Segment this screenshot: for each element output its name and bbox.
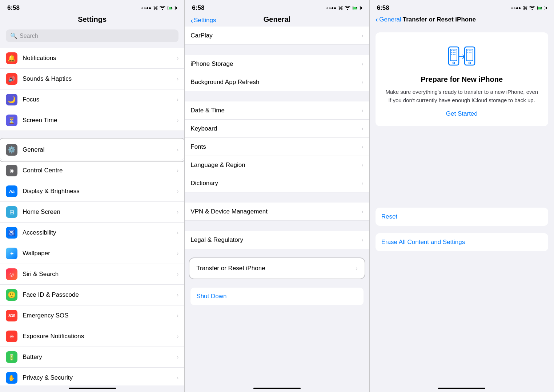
settings-item-homescreen[interactable]: ⊞ Home Screen › <box>0 202 184 223</box>
general-item-transfer[interactable]: Transfer or Reset iPhone › <box>190 259 363 277</box>
sep-2 <box>185 91 369 101</box>
dot4 <box>149 7 151 9</box>
settings-item-notifications[interactable]: 🔔 Notifications › <box>0 48 184 69</box>
sounds-chevron: › <box>177 76 178 82</box>
vpn-chevron: › <box>361 208 363 215</box>
settings-item-exposure[interactable]: ✳ Exposure Notifications › <box>0 326 184 347</box>
shutdown-button[interactable]: Shut Down <box>190 288 363 305</box>
general-item-vpn[interactable]: VPN & Device Management › <box>185 203 369 221</box>
status-bar-2: 6:58 ⌘ 6 <box>185 0 369 14</box>
keyboard-chevron: › <box>361 125 363 132</box>
svg-rect-11 <box>454 54 455 55</box>
faceid-chevron: › <box>177 292 178 298</box>
general-item-keyboard[interactable]: Keyboard › <box>185 120 369 138</box>
settings-item-focus[interactable]: 🌙 Focus › <box>0 89 184 110</box>
transfer-back-label[interactable]: General <box>379 16 401 23</box>
settings-panel: 6:58 ⌘ 6 <box>0 0 184 392</box>
general-item-language[interactable]: Language & Region › <box>185 156 369 174</box>
status-bar-1: 6:58 ⌘ 6 <box>0 0 184 14</box>
settings-item-privacy[interactable]: ✋ Privacy & Security › <box>0 368 184 385</box>
back-chevron-2: ‹ <box>190 17 193 24</box>
general-item-carplay[interactable]: CarPlay › <box>185 27 369 45</box>
fonts-label: Fonts <box>190 143 361 151</box>
action-group-reset: Reset <box>376 208 548 226</box>
exposure-icon: ✳ <box>6 331 17 342</box>
general-item-fonts[interactable]: Fonts › <box>185 138 369 156</box>
bgrefresh-label: Background App Refresh <box>190 79 361 86</box>
dot2 <box>514 7 515 9</box>
general-item-storage[interactable]: iPhone Storage › <box>185 55 369 73</box>
general-title: General <box>190 15 363 24</box>
accessibility-label: Accessibility <box>23 229 177 236</box>
general-icon: ⚙️ <box>6 144 17 156</box>
dot2 <box>144 7 146 9</box>
svg-rect-9 <box>451 54 452 55</box>
notifications-chevron: › <box>177 55 178 61</box>
controlcentre-chevron: › <box>177 167 178 174</box>
transfer-icon-area <box>447 44 476 69</box>
settings-item-wallpaper[interactable]: ✦ Wallpaper › <box>0 243 184 264</box>
status-icons-2: ⌘ 6 <box>326 5 362 11</box>
svg-rect-4 <box>453 50 454 51</box>
settings-item-general[interactable]: ⚙️ General › <box>0 140 184 160</box>
sep-1 <box>185 45 369 55</box>
general-chevron: › <box>177 147 178 153</box>
general-panel: 6:58 ⌘ 6 <box>184 0 369 392</box>
faceid-icon: 🙂 <box>6 289 17 301</box>
group-datetime: Date & Time › Keyboard › Fonts › Languag… <box>185 101 369 192</box>
transfer-chevron: › <box>356 265 357 272</box>
transfer-title: Transfer or Reset iPhone <box>403 16 476 23</box>
status-time-2: 6:58 <box>192 4 204 12</box>
group-legal: Legal & Regulatory › <box>185 231 369 249</box>
carplay-chevron: › <box>361 32 363 39</box>
settings-item-screentime[interactable]: ⏳ Screen Time › <box>0 110 184 131</box>
sounds-icon: 🔊 <box>6 73 17 85</box>
shutdown-container: Shut Down <box>190 288 363 305</box>
search-label: Search <box>20 33 38 39</box>
general-item-dictionary[interactable]: Dictionary › <box>185 174 369 192</box>
focus-label: Focus <box>23 96 177 103</box>
battery-pct-1: 6 <box>171 7 172 10</box>
exposure-chevron: › <box>177 333 178 340</box>
erase-btn[interactable]: Erase All Content and Settings <box>376 233 548 251</box>
controlcentre-label: Control Centre <box>23 167 177 174</box>
siri-chevron: › <box>177 271 178 277</box>
privacy-chevron: › <box>177 375 178 381</box>
dot1 <box>141 7 143 9</box>
dot4 <box>519 7 521 9</box>
svg-point-14 <box>469 62 471 64</box>
vpn-label: VPN & Device Management <box>190 208 361 215</box>
general-item-datetime[interactable]: Date & Time › <box>185 101 369 120</box>
svg-rect-20 <box>470 52 471 53</box>
screentime-icon: ⏳ <box>6 115 17 126</box>
reset-btn[interactable]: Reset <box>376 208 548 226</box>
general-back-btn[interactable]: ‹ Settings <box>190 17 216 24</box>
search-bar[interactable]: 🔍 Search <box>6 29 178 42</box>
sep-6 <box>185 277 369 288</box>
sos-label: Emergency SOS <box>23 312 177 319</box>
privacy-label: Privacy & Security <box>23 374 177 381</box>
transfer-panel: 6:58 ⌘ 6 <box>369 0 554 392</box>
battery-menu-icon: 🔋 <box>6 351 17 363</box>
svg-rect-16 <box>469 50 470 51</box>
general-item-bgrefresh[interactable]: Background App Refresh › <box>185 73 369 91</box>
svg-rect-8 <box>454 52 455 53</box>
settings-item-battery[interactable]: 🔋 Battery › <box>0 347 184 368</box>
svg-rect-17 <box>470 50 471 51</box>
general-item-legal[interactable]: Legal & Regulatory › <box>185 231 369 249</box>
sep-3 <box>185 192 369 203</box>
settings-item-controlcentre[interactable]: ◉ Control Centre › <box>0 160 184 181</box>
dictionary-chevron: › <box>361 180 363 187</box>
settings-item-siri[interactable]: ◎ Siri & Search › <box>0 264 184 285</box>
settings-item-sos[interactable]: SOS Emergency SOS › <box>0 305 184 326</box>
general-back-label[interactable]: Settings <box>194 17 216 24</box>
group-shutdown: Shut Down <box>190 288 363 305</box>
settings-item-display[interactable]: Aa Display & Brightness › <box>0 181 184 202</box>
dot2 <box>329 7 331 9</box>
settings-item-faceid[interactable]: 🙂 Face ID & Passcode › <box>0 285 184 305</box>
settings-item-accessibility[interactable]: ♿ Accessibility › <box>0 223 184 243</box>
get-started-btn[interactable]: Get Started <box>446 110 478 117</box>
svg-rect-15 <box>467 50 468 51</box>
settings-item-sounds[interactable]: 🔊 Sounds & Haptics › <box>0 69 184 89</box>
svg-rect-6 <box>451 52 452 53</box>
